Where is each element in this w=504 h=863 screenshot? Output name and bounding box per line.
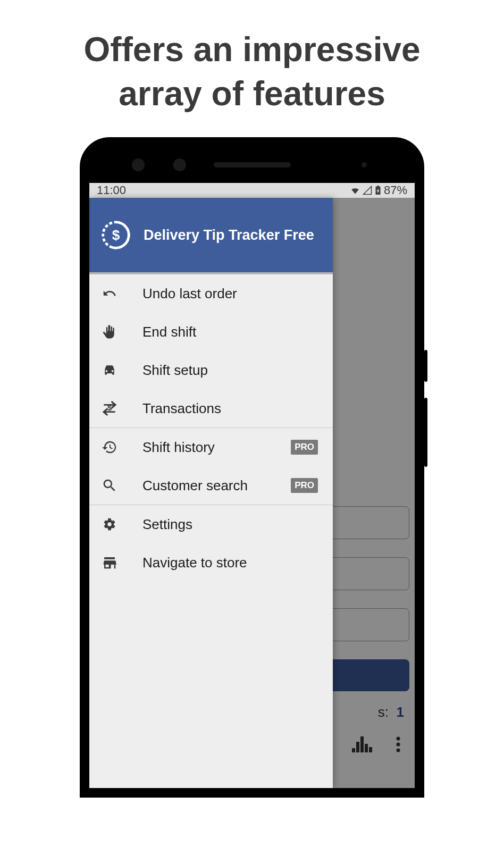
svg-rect-1 — [377, 186, 379, 187]
svg-text:$: $ — [112, 228, 120, 244]
drawer-header: $ Delivery Tip Tracker Free — [89, 198, 333, 274]
drawer-item-shift-setup[interactable]: Shift setup — [89, 351, 333, 389]
drawer-title: Delivery Tip Tracker Free — [144, 227, 314, 244]
drawer-item-navigate-store[interactable]: Navigate to store — [89, 543, 333, 582]
phone-power-button — [424, 350, 427, 382]
search-icon — [101, 477, 118, 494]
drawer-item-label: Settings — [142, 516, 321, 533]
drawer-item-label: Navigate to store — [142, 555, 321, 571]
drawer-item-label: Transactions — [142, 400, 321, 417]
transactions-icon: $ — [101, 400, 118, 417]
drawer-item-customer-search[interactable]: Customer search PRO — [89, 466, 333, 505]
drawer-item-shift-history[interactable]: Shift history PRO — [89, 428, 333, 466]
drawer-item-label: Customer search — [142, 477, 266, 494]
status-time: 11:00 — [97, 183, 126, 197]
drawer-item-label: Shift history — [142, 439, 266, 456]
drawer-item-settings[interactable]: Settings — [89, 505, 333, 543]
status-battery: 87% — [384, 183, 407, 197]
drawer-item-end-shift[interactable]: End shift — [89, 313, 333, 351]
wifi-icon — [350, 186, 360, 195]
app-logo-icon: $ — [101, 220, 131, 250]
title-line-1: Offers an impressive — [83, 30, 420, 69]
store-icon — [101, 554, 118, 571]
car-icon — [101, 362, 118, 379]
drawer-item-label: Shift setup — [142, 362, 321, 379]
pro-badge: PRO — [291, 478, 318, 493]
battery-icon — [375, 186, 381, 195]
phone-volume-button — [424, 398, 427, 467]
drawer-item-transactions[interactable]: $ Transactions — [89, 389, 333, 428]
pro-badge: PRO — [291, 440, 318, 455]
phone-top-bezel — [89, 147, 415, 183]
history-icon — [101, 439, 118, 456]
svg-text:$: $ — [107, 404, 112, 412]
phone-frame: 11:00 87% ddress tral Ave mber er — [80, 137, 424, 798]
drawer-item-label: Undo last order — [142, 286, 321, 302]
page-title: Offers an impressive array of features — [0, 28, 504, 116]
navigation-drawer: $ Delivery Tip Tracker Free Undo last or… — [89, 198, 333, 788]
undo-icon — [101, 285, 118, 302]
drawer-item-undo[interactable]: Undo last order — [89, 274, 333, 313]
drawer-item-label: End shift — [142, 324, 321, 340]
gear-icon — [101, 516, 118, 533]
status-bar: 11:00 87% — [89, 183, 415, 198]
signal-icon — [363, 186, 372, 195]
title-line-2: array of features — [119, 74, 385, 113]
hand-icon — [101, 323, 118, 340]
